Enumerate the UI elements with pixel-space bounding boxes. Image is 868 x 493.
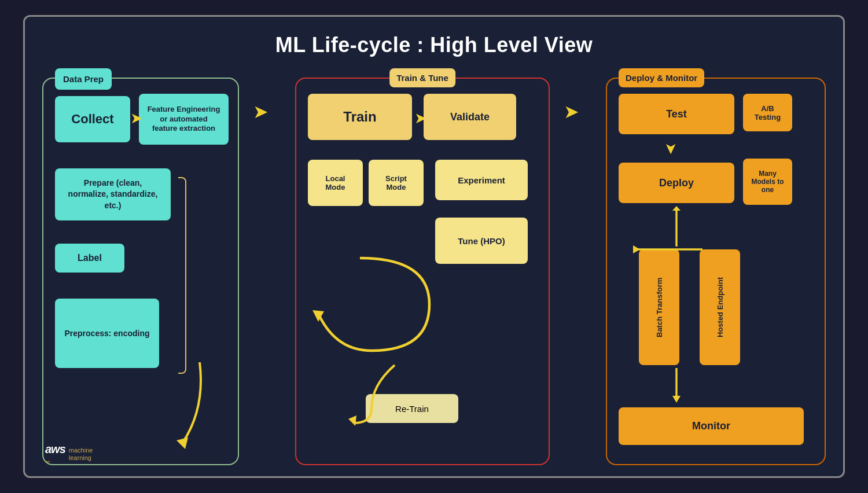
many-models-box: Many Models to one [743,159,792,205]
svg-marker-0 [176,437,188,449]
arrow-collect-feature: ➤ [130,111,143,126]
deploy-box: Deploy [619,163,734,203]
feature-eng-box: Feature Engineering or automated feature… [139,94,229,145]
arrow-test-deploy: ➤ [664,142,679,155]
test-box: Test [619,94,734,134]
script-mode-box: Script Mode [369,160,424,206]
monitor-box: Monitor [619,407,804,445]
data-prep-label: Data Prep [55,68,112,90]
batch-transform-box: Batch Transform [639,249,679,365]
train-box: Train [308,94,412,140]
data-prep-down-arrow [171,362,217,455]
deploy-loop-up [668,206,685,252]
svg-marker-5 [701,245,703,253]
data-prep-bracket [178,177,186,374]
aws-tagline-learning: learning [69,454,93,462]
aws-logo: aws ⌣ machine learning [45,443,93,466]
experiment-box: Experiment [435,160,528,200]
svg-marker-4 [633,245,640,253]
deploy-monitor-label: Deploy & Monitor [619,68,704,87]
arrow-between-sections: ➤ [256,101,273,123]
svg-marker-2 [348,415,356,426]
ab-testing-box: A/B Testing [743,94,792,131]
svg-marker-7 [672,206,681,211]
preprocess-box: Preprocess: encoding [55,299,159,368]
train-tune-label: Train & Tune [389,68,455,87]
validate-box: Validate [424,94,516,140]
local-mode-box: Local Mode [308,160,363,206]
collect-box: Collect [55,96,130,142]
prepare-box: Prepare (clean, normalize, standardize, … [55,168,171,220]
arrow-train-deploy: ➤ [567,101,584,123]
train-tune-section: Train & Tune Train ➤ Validate Local Mode… [295,78,550,465]
svg-marker-9 [672,396,681,403]
page-title: ML Life-cycle : High Level View [31,23,837,63]
deploy-section: Deploy & Monitor Test A/B Testing ➤ Depl… [606,78,826,465]
aws-icon: aws ⌣ [45,443,65,466]
aws-text: aws [45,443,65,455]
retrain-arrow [348,356,441,426]
data-prep-section: Data Prep Collect Feature Engineering or… [42,78,239,465]
tune-box: Tune (HPO) [435,218,528,264]
to-monitor-arrow [668,368,685,403]
label-box: Label [55,244,124,273]
hosted-endpoint-box: Hosted Endpoint [700,249,740,365]
diagram-area: Data Prep Collect Feature Engineering or… [31,63,837,465]
slide: ML Life-cycle : High Level View Data Pre… [23,15,845,478]
aws-tagline-machine: machine [69,447,93,454]
aws-tagline-container: machine learning [69,447,93,462]
train-loop-arrow [302,246,447,362]
aws-smile-icon: ⌣ [45,456,65,466]
